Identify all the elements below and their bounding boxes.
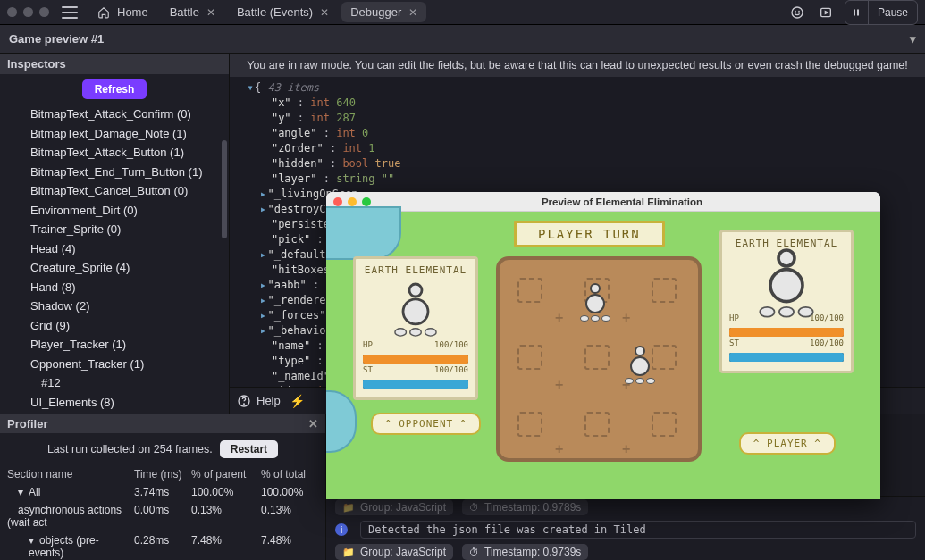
inspector-item[interactable]: Environment_Dirt (0) <box>30 201 229 221</box>
svg-point-1 <box>795 11 796 12</box>
profiler-row[interactable]: asynchronous actions (wait act0.00ms0.13… <box>0 501 325 531</box>
scrollbar[interactable] <box>222 140 227 238</box>
close-icon[interactable]: ✕ <box>320 6 329 19</box>
clock-icon: ⏱ <box>469 502 479 513</box>
tab-battle-events-[interactable]: Battle (Events)✕ <box>228 2 338 22</box>
refresh-button[interactable]: Refresh <box>82 79 147 99</box>
traffic-minimize[interactable] <box>348 197 357 206</box>
col-parent: % of parent <box>191 468 261 481</box>
inspector-item[interactable]: Hand (8) <box>30 278 229 297</box>
game-window-title: Preview of Elemental Elimination <box>371 196 873 207</box>
preview-window-icon[interactable] <box>816 3 836 22</box>
timestamp-pill: ⏱Timestamp: 0.9789s <box>462 499 588 515</box>
menu-button[interactable] <box>62 6 78 19</box>
inspector-item[interactable]: Shadow (2) <box>30 297 229 316</box>
battle-arena: + + + + + + <box>496 256 702 462</box>
svg-point-2 <box>799 11 800 12</box>
window-traffic-lights <box>7 7 49 17</box>
pause-icon[interactable] <box>845 1 869 24</box>
col-total: % of total <box>261 468 324 481</box>
close-icon[interactable]: ✕ <box>408 6 417 19</box>
st-bar <box>363 380 468 389</box>
clock-icon: ⏱ <box>469 547 479 557</box>
profiler-row[interactable]: ▾objects (pre-events)0.28ms7.48%7.48% <box>0 531 325 560</box>
player-card: EARTH ELEMENTAL HP100/100 ST100/100 <box>719 230 854 373</box>
chevron-down-icon: ▾ <box>910 32 916 46</box>
inspectors-header: Inspectors <box>0 54 229 74</box>
tab-debugger[interactable]: Debugger✕ <box>341 2 426 22</box>
inspector-item[interactable]: BitmapText_Damage_Note (1) <box>30 124 229 144</box>
console-panel: 📁Group: JavaScript ⏱Timestamp: 0.9789s i… <box>326 496 925 560</box>
st-bar <box>729 353 844 362</box>
inspector-item[interactable]: BitmapText_End_Turn_Button (1) <box>30 163 229 182</box>
tab-battle[interactable]: Battle✕ <box>161 2 224 22</box>
profiler-title: Profiler <box>7 417 48 430</box>
help-label: Help <box>256 394 281 407</box>
creature-sprite[interactable] <box>580 287 610 317</box>
inspector-item[interactable]: BitmapText_Cancel_Button (0) <box>30 181 229 201</box>
inspector-item[interactable]: #12 <box>30 373 229 393</box>
traffic-close[interactable] <box>7 7 17 17</box>
player-tag: ^ PLAYER ^ <box>739 432 836 455</box>
inspector-item[interactable]: Head (4) <box>30 239 229 259</box>
titlebar: HomeBattle✕Battle (Events)✕Debugger✕ Pau… <box>0 0 925 25</box>
game-canvas[interactable]: PLAYER TURN + + + + + + EAR <box>326 212 880 499</box>
card-title: EARTH ELEMENTAL <box>363 264 468 276</box>
raw-mode-banner: You are in raw mode. You can edit the fi… <box>230 54 925 77</box>
traffic-zoom[interactable] <box>39 7 49 17</box>
tab-home[interactable]: Home <box>88 2 157 22</box>
hp-bar <box>363 355 468 364</box>
inspector-item[interactable]: Player_Tracker (1) <box>30 335 229 355</box>
svg-rect-5 <box>854 9 855 15</box>
inspectors-title: Inspectors <box>7 57 66 71</box>
profiler-table: Section name Time (ms) % of parent % of … <box>0 465 325 560</box>
close-icon[interactable]: ✕ <box>308 417 318 430</box>
timestamp-pill: ⏱Timestamp: 0.9739s <box>462 544 588 560</box>
inspector-item[interactable]: BitmapText_Attack_Confirm (0) <box>30 104 229 124</box>
opponent-card: EARTH ELEMENTAL HP100/100 ST100/100 <box>353 256 478 400</box>
opponent-tag: ^ OPPONENT ^ <box>371 413 481 435</box>
game-window-titlebar[interactable]: Preview of Elemental Elimination <box>326 192 880 212</box>
svg-rect-6 <box>857 9 859 15</box>
inspector-item[interactable]: Grid (9) <box>30 316 229 336</box>
inspector-item[interactable]: Trainer_Sprite (0) <box>30 220 229 239</box>
inspectors-sidebar: Inspectors Refresh BitmapText_Attack_Con… <box>0 54 230 414</box>
smile-icon[interactable] <box>787 3 807 22</box>
col-section: Section name <box>7 468 134 481</box>
inspector-item[interactable]: BitmapText_Attack_Button (1) <box>30 143 229 163</box>
col-time: Time (ms) <box>134 468 191 481</box>
profiler-panel: Profiler ✕ Last run collected on 254 fra… <box>0 414 326 560</box>
close-icon[interactable]: ✕ <box>206 6 215 19</box>
inspector-item[interactable]: Opponent_Tracker (1) <box>30 355 229 374</box>
bolt-icon[interactable]: ⚡ <box>290 394 305 408</box>
svg-point-8 <box>244 403 245 404</box>
traffic-zoom[interactable] <box>362 197 371 206</box>
hp-bar <box>729 328 844 337</box>
profiler-header: Profiler ✕ <box>0 414 325 433</box>
svg-marker-4 <box>825 11 828 13</box>
folder-icon: 📁 <box>342 502 355 514</box>
profiler-row[interactable]: ▾All3.74ms100.00%100.00% <box>0 483 325 501</box>
group-pill[interactable]: 📁Group: JavaScript <box>335 544 453 560</box>
svg-point-0 <box>792 7 803 18</box>
traffic-close[interactable] <box>333 197 342 206</box>
console-message: Detected the json file was created in Ti… <box>360 521 916 539</box>
profiler-last-run: Last run collected on 254 frames. <box>47 443 213 456</box>
inspector-tree[interactable]: BitmapText_Attack_Confirm (0)BitmapText_… <box>0 104 229 414</box>
creature-sprite[interactable] <box>625 349 655 380</box>
help-link[interactable]: Help <box>237 394 281 408</box>
pause-control: Pause <box>845 0 918 25</box>
inspector-item[interactable]: Creature_Sprite (4) <box>30 258 229 278</box>
traffic-minimize[interactable] <box>23 7 33 17</box>
card-title: EARTH ELEMENTAL <box>729 238 844 249</box>
pause-button[interactable]: Pause <box>869 6 917 19</box>
turn-indicator: PLAYER TURN <box>514 221 665 247</box>
game-preview-header[interactable]: Game preview #1 ▾ <box>0 25 925 54</box>
game-preview-title: Game preview #1 <box>9 32 104 46</box>
folder-icon: 📁 <box>342 547 355 558</box>
inspector-item[interactable]: UI_Elements (8) <box>30 393 229 413</box>
group-pill[interactable]: 📁Group: JavaScript <box>335 499 453 515</box>
info-icon: i <box>335 523 348 536</box>
restart-button[interactable]: Restart <box>220 440 278 458</box>
game-preview-window[interactable]: Preview of Elemental Elimination PLAYER … <box>326 192 880 499</box>
